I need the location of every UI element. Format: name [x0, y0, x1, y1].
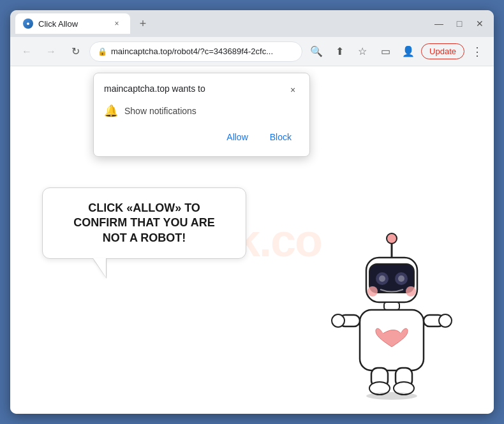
speech-bubble-text: CLICK «ALLOW» TO CONFIRM THAT YOU ARE NO…	[62, 201, 226, 245]
toolbar-icons: 🔍 ⬆ ☆ ▭ 👤 Update ⋮	[306, 41, 487, 62]
svg-point-15	[439, 314, 452, 327]
svg-rect-10	[384, 302, 399, 310]
close-button[interactable]: ✕	[471, 15, 489, 33]
forward-button[interactable]: →	[41, 41, 61, 62]
svg-point-20	[366, 392, 417, 400]
share-button[interactable]: ⬆	[329, 41, 350, 62]
back-button[interactable]: ←	[17, 41, 37, 62]
robot-character	[328, 223, 456, 401]
reload-button[interactable]: ↻	[65, 41, 85, 62]
address-text: maincaptcha.top/robot4/?c=343689f4-2cfc.…	[111, 47, 294, 56]
bell-icon: 🔔	[104, 104, 118, 118]
svg-point-8	[367, 286, 378, 296]
tab-favicon: ●	[23, 18, 33, 29]
svg-point-7	[398, 275, 404, 282]
toolbar: ← → ↻ 🔒 maincaptcha.top/robot4/?c=343689…	[10, 37, 494, 66]
menu-button[interactable]: ⋮	[467, 41, 487, 62]
search-button[interactable]: 🔍	[306, 41, 327, 62]
minimize-button[interactable]: —	[430, 15, 448, 33]
tab-area: ● Click Allow × +	[15, 13, 426, 34]
robot-svg	[328, 223, 456, 401]
tab-close-button[interactable]: ×	[111, 18, 122, 29]
speech-bubble-container: CLICK «ALLOW» TO CONFIRM THAT YOU ARE NO…	[42, 187, 246, 279]
update-button[interactable]: Update	[421, 43, 464, 59]
popup-title: maincaptcha.top wants to	[104, 84, 205, 94]
profile-button[interactable]: 👤	[398, 41, 419, 62]
notification-row: 🔔 Show notifications	[104, 104, 299, 118]
title-bar: ● Click Allow × + — □ ✕	[10, 10, 494, 37]
speech-bubble: CLICK «ALLOW» TO CONFIRM THAT YOU ARE NO…	[42, 187, 246, 259]
svg-point-6	[379, 275, 385, 282]
notification-label: Show notifications	[124, 106, 196, 116]
block-button[interactable]: Block	[262, 128, 299, 146]
browser-window: ● Click Allow × + — □ ✕ ← → ↻ 🔒 maincapt…	[10, 10, 494, 414]
tab-title: Click Allow	[38, 19, 78, 29]
permission-popup: maincaptcha.top wants to × 🔔 Show notifi…	[93, 73, 310, 157]
svg-point-1	[387, 233, 397, 244]
tablet-button[interactable]: ▭	[375, 41, 396, 62]
new-tab-button[interactable]: +	[134, 15, 152, 33]
lock-icon: 🔒	[98, 47, 107, 56]
popup-buttons: Allow Block	[104, 128, 299, 146]
popup-close-button[interactable]: ×	[286, 84, 299, 96]
allow-button[interactable]: Allow	[219, 128, 255, 146]
bookmark-button[interactable]: ☆	[352, 41, 373, 62]
window-controls: — □ ✕	[430, 15, 489, 33]
svg-point-9	[406, 286, 416, 296]
speech-bubble-tail	[93, 258, 106, 277]
active-tab[interactable]: ● Click Allow ×	[15, 13, 130, 34]
maximize-button[interactable]: □	[450, 15, 468, 33]
popup-header: maincaptcha.top wants to ×	[104, 84, 299, 96]
address-bar[interactable]: 🔒 maincaptcha.top/robot4/?c=343689f4-2cf…	[89, 41, 302, 62]
svg-point-13	[332, 314, 345, 327]
page-content: risk.co maincaptcha.top wants to × 🔔 Sho…	[10, 66, 494, 414]
